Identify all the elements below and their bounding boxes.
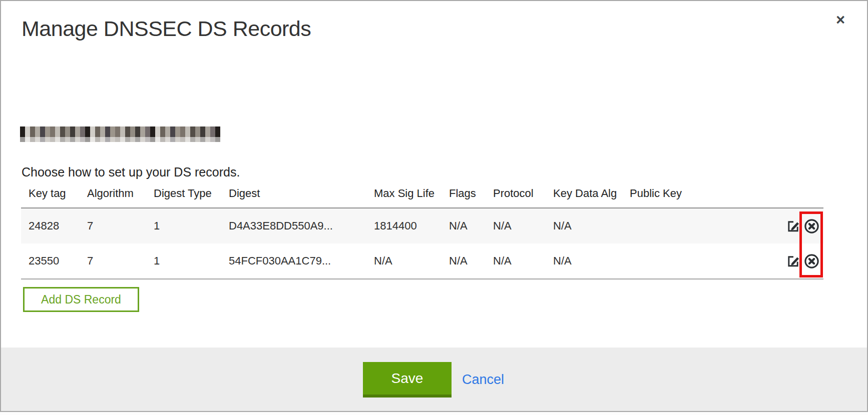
manage-dnssec-dialog: Manage DNSSEC DS Records × Choose how to… [0, 0, 868, 412]
cell-algorithm: 7 [80, 220, 146, 232]
cancel-link[interactable]: Cancel [462, 362, 504, 398]
page-background [0, 412, 868, 415]
column-header-digest: Digest [221, 187, 366, 208]
cell-flags: N/A [442, 220, 486, 232]
ds-records-table: Key tag Algorithm Digest Type Digest Max… [21, 187, 823, 280]
cell-key-data-alg: N/A [546, 254, 622, 268]
cell-key-tag: 23550 [21, 254, 80, 268]
row-actions [775, 218, 823, 234]
table-row: 23550 7 1 54FCF030AA1C79... N/A N/A N/A … [21, 244, 823, 278]
cell-max-sig-life: 1814400 [366, 220, 442, 232]
cell-algorithm: 7 [80, 254, 146, 268]
column-header-flags: Flags [442, 187, 486, 208]
cell-key-tag: 24828 [21, 220, 80, 232]
cell-protocol: N/A [486, 220, 546, 232]
column-header-max-sig-life: Max Sig Life [366, 187, 442, 208]
edit-record-icon[interactable] [786, 254, 800, 268]
add-ds-record-button[interactable]: Add DS Record [23, 287, 139, 312]
close-icon[interactable]: × [836, 12, 845, 28]
redacted-domain-name [20, 126, 220, 142]
column-header-public-key: Public Key [622, 187, 775, 208]
cell-digest-type: 1 [146, 254, 221, 268]
column-header-key-data-alg: Key Data Alg [546, 187, 622, 208]
save-button[interactable]: Save [363, 362, 452, 398]
cell-key-data-alg: N/A [546, 220, 622, 232]
column-header-actions [775, 187, 823, 208]
table-row: 24828 7 1 D4A33E8DD550A9... 1814400 N/A … [21, 208, 823, 244]
page-title: Manage DNSSEC DS Records [22, 16, 311, 41]
cell-flags: N/A [442, 254, 486, 268]
delete-record-icon[interactable] [804, 254, 819, 269]
cell-digest: 54FCF030AA1C79... [221, 254, 366, 268]
delete-record-icon[interactable] [804, 218, 819, 234]
column-header-protocol: Protocol [486, 187, 546, 208]
cell-protocol: N/A [486, 254, 546, 268]
cell-max-sig-life: N/A [366, 254, 442, 268]
column-header-digest-type: Digest Type [146, 187, 221, 208]
cell-digest-type: 1 [146, 220, 221, 232]
instruction-text: Choose how to set up your DS records. [22, 165, 240, 180]
cell-digest: D4A33E8DD550A9... [221, 220, 366, 232]
dialog-footer: Save Cancel [1, 348, 867, 411]
edit-record-icon[interactable] [786, 219, 800, 234]
row-actions [775, 254, 823, 269]
column-header-algorithm: Algorithm [80, 187, 146, 208]
column-header-key-tag: Key tag [21, 187, 80, 208]
table-body: 24828 7 1 D4A33E8DD550A9... 1814400 N/A … [21, 208, 823, 280]
table-header-row: Key tag Algorithm Digest Type Digest Max… [21, 187, 823, 208]
